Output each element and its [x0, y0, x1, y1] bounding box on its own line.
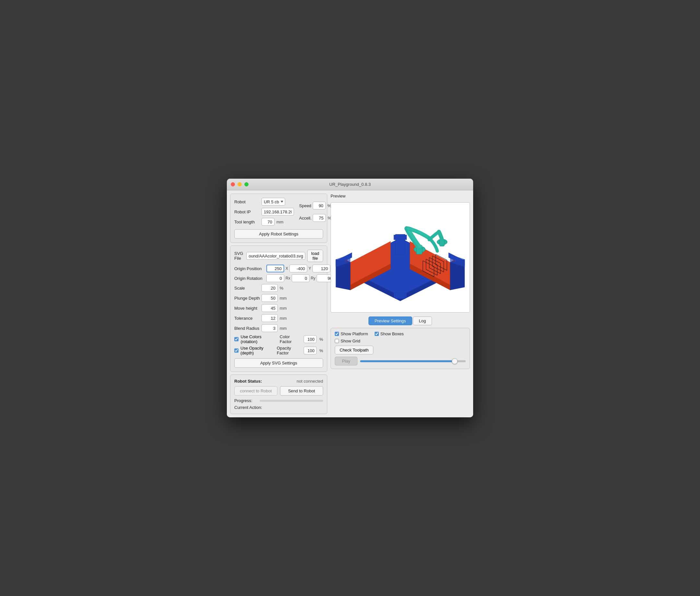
progress-row: Progress:: [234, 398, 323, 403]
show-grid-item: Show Grid: [335, 339, 360, 343]
robot-top-left: Robot UR 5 cb UR 3 UR 10 Robot IP: [234, 198, 294, 228]
show-platform-label: Show Platform: [341, 331, 368, 336]
robot-top-right: Speed % Accell. %: [299, 198, 332, 228]
rx-label: Rx: [286, 276, 290, 280]
origin-pos-row: Origin Position X Y Z: [234, 265, 323, 272]
origin-x-input[interactable]: [266, 265, 284, 272]
main-window: UR_Playground_0.8.3 Robot UR 5 cb UR 3 U…: [227, 179, 473, 417]
robot-ip-label: Robot IP: [234, 209, 260, 214]
show-options-row: Show Platform Show Boxes: [335, 331, 466, 336]
tool-length-input[interactable]: [261, 218, 275, 226]
svg-file-row: SVG File load file: [234, 250, 323, 262]
preview-tabs: Preview Settings Log: [331, 317, 470, 325]
speed-input[interactable]: [313, 202, 326, 209]
play-row: Play: [335, 357, 466, 366]
blend-label: Blend Radius: [234, 326, 260, 331]
origin-pos-label: Origin Position: [234, 266, 265, 271]
svg-settings-section: SVG File load file Origin Position X Y Z: [230, 246, 327, 372]
robot-top-row: Robot UR 5 cb UR 3 UR 10 Robot IP: [234, 198, 323, 228]
use-opacity-label: Use Opacity (depth): [240, 346, 275, 355]
opacity-factor-unit: %: [319, 348, 323, 353]
accel-label: Accell.: [299, 216, 311, 221]
load-file-btn[interactable]: load file: [307, 250, 323, 262]
preview-label: Preview: [331, 194, 470, 198]
close-button[interactable]: [231, 182, 235, 187]
robot-ip-input[interactable]: [261, 208, 294, 216]
maximize-button[interactable]: [244, 182, 249, 187]
preview-3d-svg: [331, 203, 470, 312]
scale-label: Scale: [234, 286, 260, 291]
play-btn[interactable]: Play: [335, 357, 358, 366]
plunge-input[interactable]: [261, 294, 278, 302]
accel-row: Accell. %: [299, 214, 332, 222]
robot-status-section: Robot Status: not connected connect to R…: [230, 374, 327, 414]
plunge-unit: mm: [280, 296, 287, 301]
scale-input[interactable]: [261, 284, 278, 292]
opacity-factor-input[interactable]: [304, 347, 317, 354]
move-input[interactable]: [261, 304, 278, 312]
opacity-factor-label: Opacity Factor: [277, 346, 302, 355]
accel-input[interactable]: [313, 214, 326, 222]
tool-unit: mm: [277, 220, 284, 224]
origin-y-input[interactable]: [289, 265, 307, 272]
tolerance-unit: mm: [280, 316, 287, 321]
connect-robot-btn[interactable]: connect to Robot: [234, 386, 278, 396]
progress-bar-bg: [260, 400, 323, 402]
tool-length-label: Tool length: [234, 220, 260, 224]
tolerance-input[interactable]: [261, 314, 278, 322]
show-platform-checkbox[interactable]: [335, 332, 339, 336]
y-axis-label: Y: [309, 266, 311, 271]
color-factor-input[interactable]: [304, 335, 317, 343]
rot-rx-input[interactable]: [266, 274, 284, 282]
show-boxes-item: Show Boxes: [374, 331, 404, 336]
apply-robot-btn[interactable]: Apply Robot Settings: [234, 229, 323, 239]
use-opacity-row: Use Opacity (depth) Opacity Factor %: [234, 346, 323, 355]
origin-rot-row: Origin Rotation Rx Ry Rz: [234, 274, 323, 282]
blend-input[interactable]: [261, 324, 278, 332]
robot-ip-row: Robot IP: [234, 208, 294, 216]
tab-log[interactable]: Log: [413, 317, 432, 325]
robot-select[interactable]: UR 5 cb UR 3 UR 10: [261, 198, 285, 205]
svg-marker-17: [395, 234, 405, 255]
status-value: not connected: [296, 379, 323, 383]
scale-unit: %: [280, 286, 284, 291]
show-platform-item: Show Platform: [335, 331, 368, 336]
color-factor-label: Color Factor: [280, 334, 302, 344]
speed-row: Speed %: [299, 202, 332, 209]
status-label: Robot Status:: [234, 379, 262, 383]
show-grid-checkbox[interactable]: [335, 339, 339, 343]
left-panel: Robot UR 5 cb UR 3 UR 10 Robot IP: [230, 194, 327, 414]
preview-canvas: [331, 202, 470, 313]
use-opacity-checkbox[interactable]: [234, 348, 238, 353]
status-row: Robot Status: not connected: [234, 379, 323, 383]
robot-label: Robot: [234, 199, 260, 204]
svg-marker-18: [395, 292, 405, 299]
move-label: Move height: [234, 306, 260, 311]
origin-z-input[interactable]: [312, 265, 330, 272]
robot-btn-row: connect to Robot Send to Robot: [234, 386, 323, 396]
svg-file-input[interactable]: [246, 252, 305, 260]
scale-row: Scale %: [234, 284, 323, 292]
color-factor-unit: %: [319, 337, 323, 342]
rot-ry-input[interactable]: [292, 274, 310, 282]
action-label: Current Action:: [234, 405, 262, 410]
right-panel: Preview: [331, 194, 470, 414]
titlebar: UR_Playground_0.8.3: [227, 179, 473, 190]
window-body: Robot UR 5 cb UR 3 UR 10 Robot IP: [227, 190, 473, 417]
play-slider[interactable]: [360, 360, 466, 362]
window-title: UR_Playground_0.8.3: [329, 182, 371, 187]
send-robot-btn[interactable]: Send to Robot: [280, 386, 323, 396]
blend-row: Blend Radius mm: [234, 324, 323, 332]
move-unit: mm: [280, 306, 287, 311]
show-grid-label: Show Grid: [341, 339, 360, 343]
check-toolpath-btn[interactable]: Check Toolpath: [335, 346, 373, 354]
use-colors-checkbox[interactable]: [234, 337, 238, 342]
blend-unit: mm: [280, 326, 287, 331]
minimize-button[interactable]: [237, 182, 242, 187]
apply-svg-btn[interactable]: Apply SVG Settings: [234, 358, 323, 368]
robot-settings-section: Robot UR 5 cb UR 3 UR 10 Robot IP: [230, 194, 327, 243]
tab-preview-settings[interactable]: Preview Settings: [368, 317, 412, 325]
preview-controls: Show Platform Show Boxes Show Grid Check…: [331, 328, 470, 369]
show-boxes-checkbox[interactable]: [374, 332, 379, 336]
plunge-label: Plunge Depth: [234, 296, 260, 301]
